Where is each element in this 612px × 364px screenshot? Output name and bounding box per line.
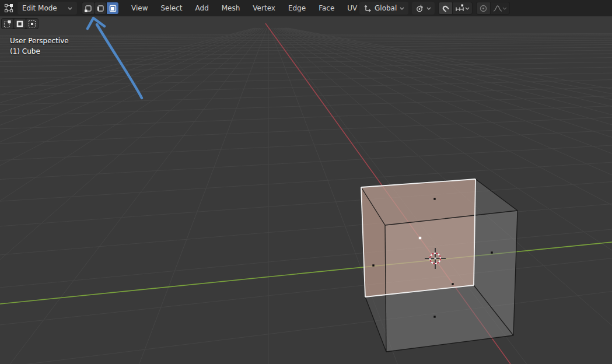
dashed-box-center-button[interactable] [26,19,38,29]
annotation-arrow [88,18,142,98]
editor-type-button[interactable] [2,2,15,15]
viewport-overlay-text: User Perspective (1) Cube [10,36,69,57]
editmode-editor-icon [4,4,13,13]
mode-dropdown[interactable]: Edit Mode [18,2,77,15]
dashed-box-corner-button[interactable] [2,19,13,29]
face-select-icon [109,4,117,13]
edge-select-button[interactable] [95,2,106,14]
3d-viewport[interactable]: User Perspective (1) Cube [0,16,612,364]
pivot-point-icon [415,4,424,13]
menu-bar: View Select Add Mesh Vertex Edge Face UV [125,0,363,16]
menu-add[interactable]: Add [189,0,215,16]
chevron-down-icon [426,7,431,10]
proportional-falloff-dropdown[interactable] [491,2,509,14]
transform-orientation-dropdown[interactable]: Global [359,2,408,15]
view-name-label: User Perspective [10,36,69,46]
edge-select-icon [96,4,105,13]
viewport-header: Edit Mode [0,0,612,17]
vertex-select-button[interactable] [82,2,94,14]
menu-vertex[interactable]: Vertex [246,0,282,16]
orientation-axes-icon [363,4,372,12]
proportional-edit-group [476,2,510,15]
mini-select-toolbar [1,18,39,29]
menu-face[interactable]: Face [312,0,341,16]
chevron-down-icon [68,7,72,10]
snap-group [438,2,473,15]
magnet-icon [441,4,450,13]
proportional-edit-icon [479,4,488,13]
active-object-label: (1) Cube [10,46,69,57]
solid-box-icon [16,20,24,28]
pivot-point-dropdown[interactable] [412,2,435,15]
falloff-curve-icon [493,4,502,13]
menu-view[interactable]: View [125,0,154,16]
solid-box-button[interactable] [14,19,26,29]
orientation-label: Global [375,4,397,12]
proportional-edit-toggle[interactable] [477,2,490,14]
snap-increment-icon [455,4,465,13]
dashed-box-center-icon [28,20,36,28]
mode-dropdown-label: Edit Mode [22,4,57,12]
header-right-cluster: Global [359,2,510,15]
menu-edge[interactable]: Edge [282,0,312,16]
world-axes [0,23,612,364]
cube-object[interactable] [361,179,517,352]
blender-window: Edit Mode [0,0,612,364]
menu-select[interactable]: Select [154,0,188,16]
floor-grid [0,28,612,364]
viewport-scene[interactable] [0,16,612,364]
snap-settings-dropdown[interactable] [453,2,472,14]
snap-toggle-button[interactable] [439,2,452,14]
chevron-down-icon [465,7,470,10]
face-select-button[interactable] [107,2,118,14]
vertex-select-icon [84,4,93,13]
chevron-down-icon [502,7,507,10]
dashed-box-corner-icon [4,20,12,28]
chevron-down-icon [400,7,404,10]
select-mode-group [82,2,119,15]
menu-mesh[interactable]: Mesh [215,0,247,16]
